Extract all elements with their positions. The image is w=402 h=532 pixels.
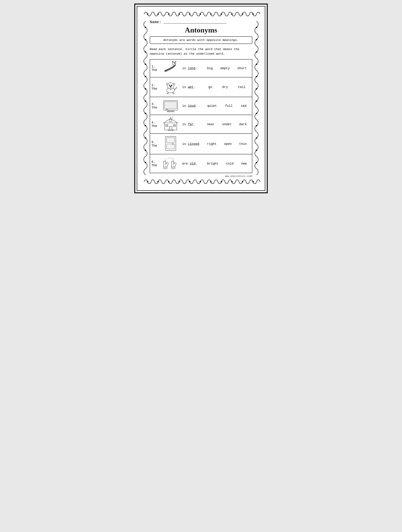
border-right — [253, 19, 260, 177]
svg-point-73 — [256, 101, 257, 102]
svg-point-15 — [145, 76, 146, 77]
choices-cell-3: quiet full sad — [202, 97, 252, 115]
row-number-5: 5. The — [150, 134, 160, 154]
tv-icon — [162, 99, 179, 112]
svg-point-6 — [210, 13, 211, 15]
svg-point-19 — [145, 125, 146, 126]
underlined-word-5: closed — [188, 142, 199, 146]
content-with-sides: Name: ___________________________ Antony… — [142, 19, 260, 177]
row-sentence-5: is closed — [181, 134, 202, 154]
svg-point-78 — [256, 162, 257, 163]
svg-point-85 — [210, 181, 211, 182]
choices-cell-5: right open thin — [202, 134, 252, 154]
svg-rect-64 — [171, 167, 175, 169]
svg-rect-44 — [169, 127, 172, 130]
choice-2-3[interactable]: tall — [236, 85, 247, 89]
row-image-6 — [160, 154, 181, 173]
svg-point-18 — [145, 113, 146, 114]
svg-point-39 — [166, 109, 167, 110]
worm-icon — [162, 61, 179, 75]
svg-rect-63 — [164, 167, 167, 169]
svg-point-77 — [256, 150, 257, 151]
svg-point-88 — [242, 181, 243, 182]
svg-point-3 — [179, 13, 180, 15]
choice-5-1[interactable]: right — [206, 142, 218, 146]
row-number-3: 3. The — [150, 97, 160, 115]
definition-box: Antonyms are words with opposite meaning… — [150, 36, 252, 44]
worksheet-page: Name: ___________________________ Antony… — [134, 4, 268, 193]
svg-point-76 — [256, 138, 257, 139]
svg-point-4 — [189, 13, 190, 15]
name-label: Name: — [150, 20, 161, 24]
svg-point-72 — [256, 88, 257, 89]
row-number-2: 2. The — [150, 77, 160, 97]
svg-point-10 — [253, 13, 253, 15]
svg-point-31 — [170, 86, 171, 87]
choice-4-1[interactable]: near — [206, 122, 216, 127]
svg-point-0 — [147, 13, 148, 15]
underlined-word-1: long — [188, 67, 195, 70]
row-sentence-4: is far. — [181, 115, 202, 134]
svg-point-34 — [170, 89, 171, 90]
svg-point-16 — [145, 88, 146, 89]
choice-6-2[interactable]: cold — [225, 162, 235, 166]
row-number-4: 4. The — [150, 115, 160, 134]
svg-point-23 — [173, 62, 176, 65]
border-top — [142, 10, 260, 19]
svg-point-9 — [242, 13, 243, 15]
choice-5-2[interactable]: open — [223, 142, 233, 146]
choice-2-1[interactable]: go — [207, 85, 214, 89]
choice-1-2[interactable]: empty — [219, 66, 231, 70]
row-image-3 — [160, 97, 181, 115]
choice-1-3[interactable]: short — [236, 66, 248, 70]
row-image-5 — [160, 134, 181, 154]
svg-point-87 — [231, 181, 233, 182]
name-line: Name: ___________________________ — [150, 20, 252, 24]
door-icon — [164, 136, 177, 151]
choice-2-2[interactable]: dry — [221, 85, 229, 89]
main-content: Name: ___________________________ Antony… — [149, 19, 253, 177]
name-blank: ___________________________ — [164, 20, 226, 24]
border-bottom — [142, 177, 260, 187]
underlined-word-3: loud — [188, 104, 195, 108]
row-sentence-2: is wet. — [181, 77, 202, 97]
svg-point-69 — [256, 51, 257, 52]
choice-4-3[interactable]: dark — [238, 122, 248, 127]
svg-point-74 — [256, 113, 257, 114]
row-number-1: 1. The — [150, 59, 160, 77]
svg-point-79 — [147, 181, 148, 182]
choices-cell-4: near under dark — [202, 115, 252, 134]
choice-3-2[interactable]: full — [224, 104, 234, 108]
svg-point-21 — [145, 150, 146, 151]
svg-rect-52 — [171, 117, 173, 118]
svg-rect-36 — [165, 101, 177, 109]
svg-point-40 — [167, 109, 168, 110]
svg-point-1 — [158, 13, 159, 15]
svg-point-33 — [173, 93, 174, 94]
instructions: Read each sentence. Circle the word that… — [150, 47, 252, 56]
table-row: 3. The — [150, 97, 252, 115]
svg-point-70 — [256, 64, 257, 65]
svg-point-32 — [167, 93, 168, 94]
svg-point-29 — [169, 85, 170, 86]
svg-point-75 — [256, 125, 257, 126]
table-row: 2. The — [150, 77, 252, 97]
footer-text: www.englishlinx.com© — [150, 175, 252, 177]
table-row: 4. The — [150, 115, 252, 134]
svg-point-83 — [189, 181, 190, 182]
table-row: 5. The — [150, 134, 252, 154]
mittens-icon — [162, 156, 179, 170]
choice-4-2[interactable]: under — [221, 122, 233, 127]
choice-3-3[interactable]: sad — [239, 104, 248, 108]
svg-point-61 — [172, 143, 174, 145]
choice-3-1[interactable]: quiet — [206, 104, 218, 108]
choice-6-3[interactable]: new — [240, 162, 248, 166]
choice-6-1[interactable]: bright — [206, 162, 220, 166]
choice-1-1[interactable]: big — [206, 66, 214, 70]
svg-rect-53 — [169, 119, 172, 121]
choice-5-3[interactable]: thin — [238, 142, 248, 146]
row-number-6: 6. The — [150, 154, 160, 173]
svg-rect-38 — [167, 111, 174, 112]
svg-point-7 — [221, 13, 222, 15]
svg-point-25 — [172, 61, 173, 62]
